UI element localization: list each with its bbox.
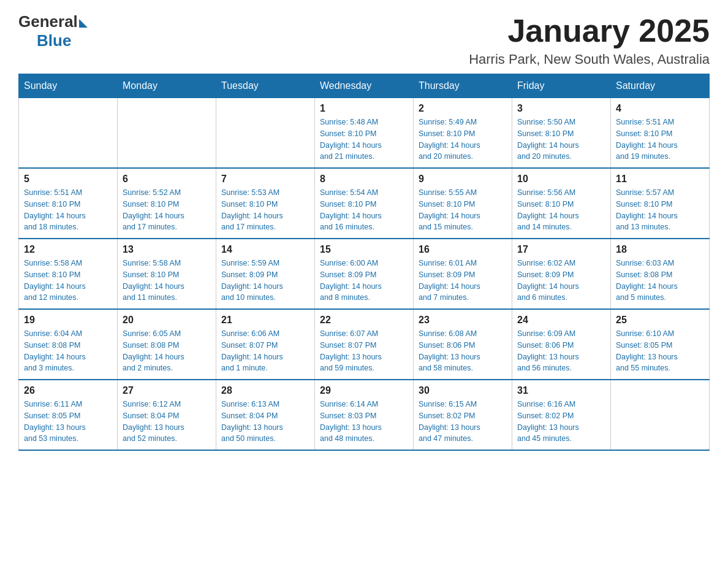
calendar-cell (118, 98, 216, 169)
day-number: 20 (123, 315, 211, 326)
page-title: January 2025 (469, 12, 710, 49)
calendar-cell: 11Sunrise: 5:57 AMSunset: 8:10 PMDayligh… (611, 168, 710, 239)
day-info: Sunrise: 5:53 AMSunset: 8:10 PMDaylight:… (221, 187, 309, 233)
day-number: 17 (517, 244, 605, 255)
day-info: Sunrise: 5:56 AMSunset: 8:10 PMDaylight:… (517, 187, 605, 233)
day-number: 28 (221, 385, 309, 396)
calendar-cell: 12Sunrise: 5:58 AMSunset: 8:10 PMDayligh… (19, 239, 118, 309)
calendar-header-row: SundayMondayTuesdayWednesdayThursdayFrid… (19, 74, 710, 98)
calendar-week-row: 5Sunrise: 5:51 AMSunset: 8:10 PMDaylight… (19, 168, 710, 239)
calendar-cell: 18Sunrise: 6:03 AMSunset: 8:08 PMDayligh… (611, 239, 710, 309)
calendar-cell: 20Sunrise: 6:05 AMSunset: 8:08 PMDayligh… (118, 309, 216, 380)
calendar-cell: 15Sunrise: 6:00 AMSunset: 8:09 PMDayligh… (315, 239, 414, 309)
day-number: 23 (419, 315, 507, 326)
weekday-header-tuesday: Tuesday (216, 74, 315, 98)
logo-general-text: General (18, 12, 78, 31)
day-info: Sunrise: 6:00 AMSunset: 8:09 PMDaylight:… (320, 258, 408, 304)
day-number: 14 (221, 244, 309, 255)
day-info: Sunrise: 6:16 AMSunset: 8:02 PMDaylight:… (517, 399, 605, 445)
day-number: 9 (419, 174, 507, 185)
day-number: 30 (419, 385, 507, 396)
day-info: Sunrise: 6:14 AMSunset: 8:03 PMDaylight:… (320, 399, 408, 445)
day-number: 2 (419, 103, 507, 114)
calendar-cell: 23Sunrise: 6:08 AMSunset: 8:06 PMDayligh… (414, 309, 512, 380)
calendar-cell: 27Sunrise: 6:12 AMSunset: 8:04 PMDayligh… (118, 380, 216, 450)
day-info: Sunrise: 5:59 AMSunset: 8:09 PMDaylight:… (221, 258, 309, 304)
day-number: 27 (123, 385, 211, 396)
day-info: Sunrise: 6:04 AMSunset: 8:08 PMDaylight:… (24, 328, 112, 374)
day-number: 11 (616, 174, 704, 185)
calendar-cell: 9Sunrise: 5:55 AMSunset: 8:10 PMDaylight… (414, 168, 512, 239)
day-info: Sunrise: 6:02 AMSunset: 8:09 PMDaylight:… (517, 258, 605, 304)
day-number: 6 (123, 174, 211, 185)
day-number: 10 (517, 174, 605, 185)
logo-blue-text: Blue (37, 31, 71, 50)
day-info: Sunrise: 6:09 AMSunset: 8:06 PMDaylight:… (517, 328, 605, 374)
day-number: 26 (24, 385, 112, 396)
day-info: Sunrise: 6:08 AMSunset: 8:06 PMDaylight:… (419, 328, 507, 374)
calendar-cell: 2Sunrise: 5:49 AMSunset: 8:10 PMDaylight… (414, 98, 512, 169)
calendar-cell: 10Sunrise: 5:56 AMSunset: 8:10 PMDayligh… (512, 168, 611, 239)
day-number: 25 (616, 315, 704, 326)
day-info: Sunrise: 6:03 AMSunset: 8:08 PMDaylight:… (616, 258, 704, 304)
calendar-cell: 24Sunrise: 6:09 AMSunset: 8:06 PMDayligh… (512, 309, 611, 380)
calendar-cell (611, 380, 710, 450)
day-number: 1 (320, 103, 408, 114)
calendar-cell: 13Sunrise: 5:58 AMSunset: 8:10 PMDayligh… (118, 239, 216, 309)
calendar-cell: 30Sunrise: 6:15 AMSunset: 8:02 PMDayligh… (414, 380, 512, 450)
day-number: 21 (221, 315, 309, 326)
day-info: Sunrise: 5:58 AMSunset: 8:10 PMDaylight:… (123, 258, 211, 304)
day-info: Sunrise: 5:49 AMSunset: 8:10 PMDaylight:… (419, 117, 507, 163)
day-info: Sunrise: 6:10 AMSunset: 8:05 PMDaylight:… (616, 328, 704, 374)
calendar-cell: 29Sunrise: 6:14 AMSunset: 8:03 PMDayligh… (315, 380, 414, 450)
calendar-cell: 19Sunrise: 6:04 AMSunset: 8:08 PMDayligh… (19, 309, 118, 380)
calendar-table: SundayMondayTuesdayWednesdayThursdayFrid… (18, 74, 710, 451)
calendar-week-row: 12Sunrise: 5:58 AMSunset: 8:10 PMDayligh… (19, 239, 710, 309)
day-info: Sunrise: 6:07 AMSunset: 8:07 PMDaylight:… (320, 328, 408, 374)
day-info: Sunrise: 6:11 AMSunset: 8:05 PMDaylight:… (24, 399, 112, 445)
day-info: Sunrise: 5:55 AMSunset: 8:10 PMDaylight:… (419, 187, 507, 233)
day-info: Sunrise: 6:13 AMSunset: 8:04 PMDaylight:… (221, 399, 309, 445)
logo-triangle-icon (79, 19, 88, 28)
calendar-cell: 28Sunrise: 6:13 AMSunset: 8:04 PMDayligh… (216, 380, 315, 450)
day-info: Sunrise: 6:15 AMSunset: 8:02 PMDaylight:… (419, 399, 507, 445)
calendar-week-row: 19Sunrise: 6:04 AMSunset: 8:08 PMDayligh… (19, 309, 710, 380)
calendar-cell: 5Sunrise: 5:51 AMSunset: 8:10 PMDaylight… (19, 168, 118, 239)
weekday-header-wednesday: Wednesday (315, 74, 414, 98)
calendar-cell: 1Sunrise: 5:48 AMSunset: 8:10 PMDaylight… (315, 98, 414, 169)
calendar-cell: 16Sunrise: 6:01 AMSunset: 8:09 PMDayligh… (414, 239, 512, 309)
day-number: 22 (320, 315, 408, 326)
calendar-cell: 7Sunrise: 5:53 AMSunset: 8:10 PMDaylight… (216, 168, 315, 239)
day-number: 18 (616, 244, 704, 255)
page-subtitle: Harris Park, New South Wales, Australia (469, 52, 710, 67)
day-number: 4 (616, 103, 704, 114)
day-number: 24 (517, 315, 605, 326)
day-number: 12 (24, 244, 112, 255)
day-info: Sunrise: 5:52 AMSunset: 8:10 PMDaylight:… (123, 187, 211, 233)
day-info: Sunrise: 6:12 AMSunset: 8:04 PMDaylight:… (123, 399, 211, 445)
day-number: 8 (320, 174, 408, 185)
weekday-header-thursday: Thursday (414, 74, 512, 98)
weekday-header-friday: Friday (512, 74, 611, 98)
title-block: January 2025 Harris Park, New South Wale… (469, 12, 710, 67)
weekday-header-saturday: Saturday (611, 74, 710, 98)
day-number: 5 (24, 174, 112, 185)
day-info: Sunrise: 6:06 AMSunset: 8:07 PMDaylight:… (221, 328, 309, 374)
calendar-cell: 14Sunrise: 5:59 AMSunset: 8:09 PMDayligh… (216, 239, 315, 309)
calendar-cell: 17Sunrise: 6:02 AMSunset: 8:09 PMDayligh… (512, 239, 611, 309)
day-info: Sunrise: 5:51 AMSunset: 8:10 PMDaylight:… (24, 187, 112, 233)
calendar-week-row: 1Sunrise: 5:48 AMSunset: 8:10 PMDaylight… (19, 98, 710, 169)
calendar-cell: 6Sunrise: 5:52 AMSunset: 8:10 PMDaylight… (118, 168, 216, 239)
page-header: General Blue January 2025 Harris Park, N… (18, 12, 710, 67)
day-info: Sunrise: 5:54 AMSunset: 8:10 PMDaylight:… (320, 187, 408, 233)
calendar-cell: 3Sunrise: 5:50 AMSunset: 8:10 PMDaylight… (512, 98, 611, 169)
weekday-header-monday: Monday (118, 74, 216, 98)
day-info: Sunrise: 6:05 AMSunset: 8:08 PMDaylight:… (123, 328, 211, 374)
calendar-cell: 22Sunrise: 6:07 AMSunset: 8:07 PMDayligh… (315, 309, 414, 380)
calendar-cell: 8Sunrise: 5:54 AMSunset: 8:10 PMDaylight… (315, 168, 414, 239)
day-info: Sunrise: 5:48 AMSunset: 8:10 PMDaylight:… (320, 117, 408, 163)
day-number: 19 (24, 315, 112, 326)
day-number: 13 (123, 244, 211, 255)
day-number: 29 (320, 385, 408, 396)
calendar-cell: 25Sunrise: 6:10 AMSunset: 8:05 PMDayligh… (611, 309, 710, 380)
